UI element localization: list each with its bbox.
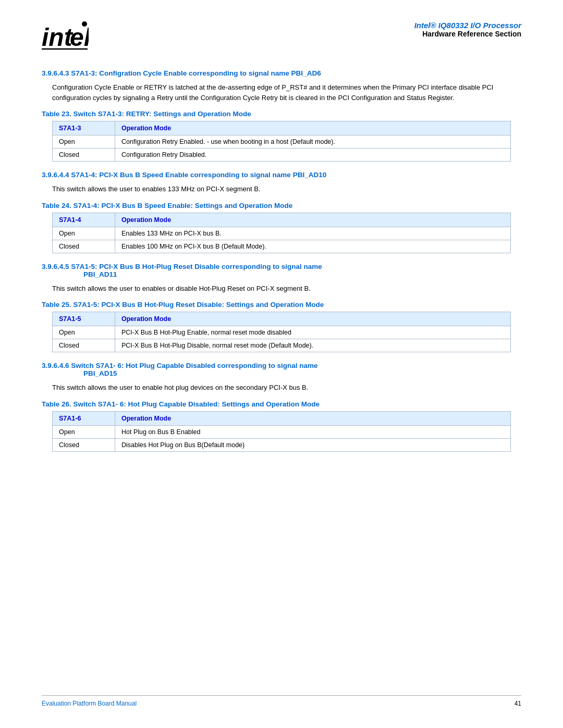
section-heading-5: 3.9.6.4.5 S7A1-5: PCI-X Bus B Hot-Plug R… — [42, 263, 521, 278]
section-3964-3: 3.9.6.4.3 S7A1-3: Configration Cycle Ena… — [42, 69, 521, 162]
table-26-header-row: S7A1-6 Operation Mode — [53, 411, 511, 425]
section-heading-6-line2: PBI_AD15 — [42, 369, 117, 377]
table-row: Open Enables 133 MHz on PCI-X bus B. — [53, 227, 511, 240]
table-25-title: S7A1-5: PCI-X Bus B Hot-Plug Reset Disab… — [74, 301, 324, 309]
table-25-r2-c1: Closed — [53, 339, 115, 352]
table-23-col1-header: S7A1-3 — [53, 121, 115, 135]
section-heading-6-line1: 3.9.6.4.6 Switch S7A1- 6: Hot Plug Capab… — [42, 362, 318, 369]
section-body-5: This switch allows the user to enables o… — [42, 283, 521, 294]
table-23-title: Switch S7A1-3: RETRY: Settings and Opera… — [74, 110, 251, 118]
table-23-num: Table 23. — [42, 110, 71, 118]
table-25-r2-c2: PCI-X Bus B Hot-Plug Disable, normal res… — [115, 339, 511, 352]
section-3964-5: 3.9.6.4.5 S7A1-5: PCI-X Bus B Hot-Plug R… — [42, 263, 521, 353]
table-24-r2-c2: Enables 100 MHz on PCI-X bus B (Default … — [115, 240, 511, 253]
table-26-r1-c1: Open — [53, 425, 115, 438]
table-25-r1-c1: Open — [53, 326, 115, 339]
intel-logo: int el — [42, 21, 89, 54]
table-23-label: Table 23. Switch S7A1-3: RETRY: Settings… — [42, 110, 521, 118]
section-3964-4: 3.9.6.4.4 S7A1-4: PCI-X Bus B Speed Enab… — [42, 171, 521, 253]
section-heading-5-line1: 3.9.6.4.5 S7A1-5: PCI-X Bus B Hot-Plug R… — [42, 263, 322, 270]
table-24-label: Table 24. S7A1-4: PCI-X Bus B Speed Enab… — [42, 202, 521, 209]
table-24-header-row: S7A1-4 Operation Mode — [53, 213, 511, 227]
table-26-r2-c2: Disables Hot Plug on Bus B(Default mode) — [115, 438, 511, 451]
table-25-num: Table 25. — [42, 301, 71, 309]
table-25-header-row: S7A1-5 Operation Mode — [53, 312, 511, 326]
table-25-label: Table 25. S7A1-5: PCI-X Bus B Hot-Plug R… — [42, 301, 521, 309]
footer: Evaluation Platform Board Manual 41 — [42, 695, 521, 707]
svg-text:el: el — [70, 23, 89, 51]
table-24-col1-header: S7A1-4 — [53, 213, 115, 227]
section-heading-4: 3.9.6.4.4 S7A1-4: PCI-X Bus B Speed Enab… — [42, 171, 521, 179]
svg-text:int: int — [42, 23, 74, 51]
table-23-header-row: S7A1-3 Operation Mode — [53, 121, 511, 135]
table-24-num: Table 24. — [42, 202, 71, 209]
table-25-r1-c2: PCI-X Bus B Hot-Plug Enable, normal rese… — [115, 326, 511, 339]
page: int el Intel® IQ80332 I/O Processor Hard… — [0, 0, 563, 728]
section-body-4: This switch allows the user to enables 1… — [42, 184, 521, 194]
table-row: Open PCI-X Bus B Hot-Plug Enable, normal… — [53, 326, 511, 339]
product-title: Intel® IQ80332 I/O Processor — [414, 21, 521, 30]
table-23-r2-c1: Closed — [53, 149, 115, 162]
table-24-r1-c1: Open — [53, 227, 115, 240]
section-heading-3: 3.9.6.4.3 S7A1-3: Configration Cycle Ena… — [42, 69, 521, 77]
table-23-r1-c1: Open — [53, 135, 115, 149]
table-24-r1-c2: Enables 133 MHz on PCI-X bus B. — [115, 227, 511, 240]
table-24-title: S7A1-4: PCI-X Bus B Speed Enable: Settin… — [74, 202, 293, 209]
table-24: S7A1-4 Operation Mode Open Enables 133 M… — [52, 213, 511, 253]
table-26-r2-c1: Closed — [53, 438, 115, 451]
table-26: S7A1-6 Operation Mode Open Hot Plug on B… — [52, 411, 511, 452]
section-heading-4-text: 3.9.6.4.4 S7A1-4: PCI-X Bus B Speed Enab… — [42, 171, 326, 179]
table-row: Closed Configuration Retry Disabled. — [53, 149, 511, 162]
section-heading-6: 3.9.6.4.6 Switch S7A1- 6: Hot Plug Capab… — [42, 362, 521, 377]
table-26-r1-c2: Hot Plug on Bus B Enabled — [115, 425, 511, 438]
svg-point-2 — [82, 21, 87, 27]
section-body-6: This switch allows the user to enable ho… — [42, 382, 521, 393]
table-26-col1-header: S7A1-6 — [53, 411, 115, 425]
table-row: Closed Enables 100 MHz on PCI-X bus B (D… — [53, 240, 511, 253]
table-23: S7A1-3 Operation Mode Open Configuration… — [52, 121, 511, 162]
table-26-title: Switch S7A1- 6: Hot Plug Capable Disable… — [74, 400, 320, 408]
table-25-col2-header: Operation Mode — [115, 312, 511, 326]
table-row: Open Configuration Retry Enabled. - use … — [53, 135, 511, 149]
product-subtitle: Hardware Reference Section — [414, 30, 521, 38]
table-25-col1-header: S7A1-5 — [53, 312, 115, 326]
table-26-num: Table 26. — [42, 400, 71, 408]
table-23-r1-c2: Configuration Retry Enabled. - use when … — [115, 135, 511, 149]
table-26-col2-header: Operation Mode — [115, 411, 511, 425]
table-23-col2-header: Operation Mode — [115, 121, 511, 135]
section-body-3: Configuration Cycle Enable or RETRY is l… — [42, 82, 521, 103]
table-26-label: Table 26. Switch S7A1- 6: Hot Plug Capab… — [42, 400, 521, 408]
table-23-r2-c2: Configuration Retry Disabled. — [115, 149, 511, 162]
table-row: Closed Disables Hot Plug on Bus B(Defaul… — [53, 438, 511, 451]
table-row: Closed PCI-X Bus B Hot-Plug Disable, nor… — [53, 339, 511, 352]
table-row: Open Hot Plug on Bus B Enabled — [53, 425, 511, 438]
footer-left: Evaluation Platform Board Manual — [42, 700, 137, 707]
section-3964-6: 3.9.6.4.6 Switch S7A1- 6: Hot Plug Capab… — [42, 362, 521, 452]
footer-right: 41 — [515, 700, 521, 707]
header-right: Intel® IQ80332 I/O Processor Hardware Re… — [414, 21, 521, 38]
section-heading-5-line2: PBI_AD11 — [42, 270, 117, 278]
table-24-col2-header: Operation Mode — [115, 213, 511, 227]
header: int el Intel® IQ80332 I/O Processor Hard… — [42, 21, 521, 54]
table-24-r2-c1: Closed — [53, 240, 115, 253]
section-heading-3-text: 3.9.6.4.3 S7A1-3: Configration Cycle Ena… — [42, 69, 321, 77]
table-25: S7A1-5 Operation Mode Open PCI-X Bus B H… — [52, 312, 511, 352]
